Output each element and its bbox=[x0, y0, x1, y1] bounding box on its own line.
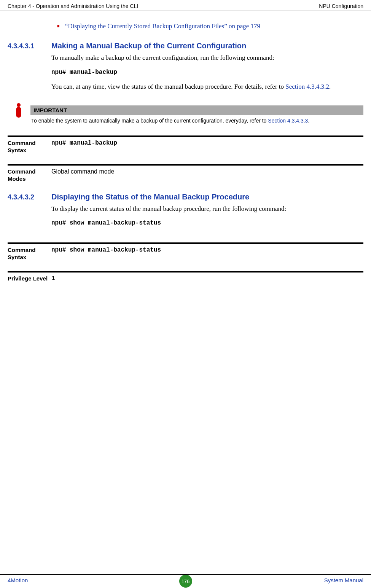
cross-ref-bullet: ■ “Displaying the Currently Stored Backu… bbox=[57, 22, 363, 30]
paragraph: To display the current status of the man… bbox=[51, 204, 363, 215]
block-value: 1 bbox=[51, 275, 363, 282]
block-value: npu# manual-backup bbox=[51, 139, 363, 154]
block-label: Command Modes bbox=[8, 168, 51, 183]
block-label: Command Syntax bbox=[8, 246, 51, 261]
block-label: Command Syntax bbox=[8, 139, 51, 154]
page-content: ■ “Displaying the Currently Stored Backu… bbox=[0, 22, 371, 282]
section-4-3-4-3-2: 4.3.4.3.2 Displaying the Status of the M… bbox=[8, 193, 363, 233]
paragraph: To manually make a backup of the current… bbox=[51, 53, 363, 64]
block-value: npu# show manual-backup-status bbox=[51, 246, 363, 261]
text-fragment: To enable the system to automatically ma… bbox=[31, 118, 268, 124]
note-icon-column bbox=[8, 105, 30, 126]
header-right: NPU Configuration bbox=[319, 3, 363, 9]
paragraph: You can, at any time, view the status of… bbox=[51, 81, 363, 92]
footer-manual: System Manual bbox=[324, 577, 363, 583]
text-fragment: You can, at any time, view the status of… bbox=[51, 83, 285, 90]
command-syntax-block: Command Syntax npu# show manual-backup-s… bbox=[8, 242, 363, 261]
bullet-square-icon: ■ bbox=[57, 24, 60, 28]
block-label: Privilege Level bbox=[8, 275, 51, 282]
important-label: IMPORTANT bbox=[30, 105, 363, 115]
command-text: npu# show manual-backup-status bbox=[51, 218, 363, 228]
section-ref-link[interactable]: Section 4.3.4.3.2 bbox=[285, 83, 329, 90]
block-value: Global command mode bbox=[51, 168, 363, 183]
section-4-3-4-3-1: 4.3.4.3.1 Making a Manual Backup of the … bbox=[8, 41, 363, 96]
section-ref-link[interactable]: Section 4.3.4.3.3 bbox=[268, 118, 308, 124]
privilege-level-block: Privilege Level 1 bbox=[8, 271, 363, 282]
footer-product: 4Motion bbox=[8, 577, 28, 583]
section-title: Displaying the Status of the Manual Back… bbox=[51, 193, 363, 201]
section-number: 4.3.4.3.2 bbox=[8, 193, 51, 233]
important-icon bbox=[16, 107, 21, 118]
page-number-badge: 176 bbox=[179, 575, 192, 588]
page-footer: 4Motion 176 System Manual bbox=[0, 574, 371, 583]
important-body: To enable the system to automatically ma… bbox=[30, 115, 363, 126]
command-text: npu# manual-backup bbox=[51, 67, 363, 78]
page-header: Chapter 4 - Operation and Administration… bbox=[0, 0, 371, 11]
section-number: 4.3.4.3.1 bbox=[8, 41, 51, 96]
text-fragment: . bbox=[308, 118, 309, 124]
important-note: IMPORTANT To enable the system to automa… bbox=[8, 105, 363, 126]
section-title: Making a Manual Backup of the Current Co… bbox=[51, 41, 363, 50]
header-left: Chapter 4 - Operation and Administration… bbox=[8, 3, 138, 9]
text-fragment: . bbox=[329, 83, 331, 90]
command-syntax-block: Command Syntax npu# manual-backup bbox=[8, 135, 363, 154]
cross-ref-link[interactable]: “Displaying the Currently Stored Backup … bbox=[65, 22, 260, 30]
command-modes-block: Command Modes Global command mode bbox=[8, 164, 363, 183]
